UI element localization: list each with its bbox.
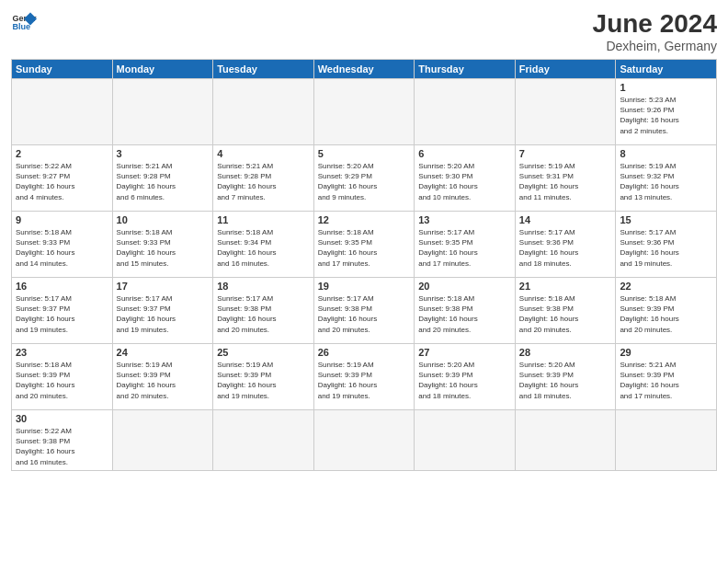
table-row <box>313 79 415 145</box>
day-info: Sunrise: 5:17 AM Sunset: 9:37 PM Dayligh… <box>16 293 108 335</box>
day-info: Sunrise: 5:17 AM Sunset: 9:38 PM Dayligh… <box>217 293 310 335</box>
table-row <box>616 410 717 471</box>
table-row: 29Sunrise: 5:21 AM Sunset: 9:39 PM Dayli… <box>616 344 717 410</box>
table-row: 7Sunrise: 5:19 AM Sunset: 9:31 PM Daylig… <box>515 145 616 212</box>
day-info: Sunrise: 5:21 AM Sunset: 9:28 PM Dayligh… <box>217 161 310 202</box>
day-number: 8 <box>620 148 712 159</box>
table-row: 15Sunrise: 5:17 AM Sunset: 9:36 PM Dayli… <box>616 212 717 278</box>
day-info: Sunrise: 5:19 AM Sunset: 9:39 PM Dayligh… <box>117 360 210 401</box>
table-row: 17Sunrise: 5:17 AM Sunset: 9:37 PM Dayli… <box>112 278 213 344</box>
title-block: June 2024 Dexheim, Germany <box>593 9 717 53</box>
table-row <box>112 410 213 471</box>
day-number: 3 <box>117 148 210 159</box>
day-info: Sunrise: 5:18 AM Sunset: 9:39 PM Dayligh… <box>16 360 108 401</box>
day-info: Sunrise: 5:17 AM Sunset: 9:38 PM Dayligh… <box>318 293 411 335</box>
table-row: 11Sunrise: 5:18 AM Sunset: 9:34 PM Dayli… <box>213 212 314 278</box>
day-info: Sunrise: 5:22 AM Sunset: 9:27 PM Dayligh… <box>16 161 108 202</box>
day-number: 14 <box>519 214 612 225</box>
day-number: 27 <box>418 347 511 358</box>
table-row <box>12 79 113 145</box>
day-number: 10 <box>117 214 210 225</box>
table-row: 10Sunrise: 5:18 AM Sunset: 9:33 PM Dayli… <box>112 212 213 278</box>
day-info: Sunrise: 5:18 AM Sunset: 9:34 PM Dayligh… <box>217 227 310 269</box>
day-number: 7 <box>519 148 612 159</box>
header-thursday: Thursday <box>415 60 516 79</box>
table-row: 6Sunrise: 5:20 AM Sunset: 9:30 PM Daylig… <box>415 145 516 212</box>
day-number: 23 <box>16 347 108 358</box>
calendar-page: General Blue June 2024 Dexheim, Germany … <box>0 0 728 563</box>
table-row <box>515 410 616 471</box>
day-number: 21 <box>519 281 612 292</box>
header-monday: Monday <box>112 60 213 79</box>
day-info: Sunrise: 5:17 AM Sunset: 9:36 PM Dayligh… <box>519 227 612 269</box>
table-row: 24Sunrise: 5:19 AM Sunset: 9:39 PM Dayli… <box>112 344 213 410</box>
calendar-table: Sunday Monday Tuesday Wednesday Thursday… <box>11 59 717 471</box>
day-number: 26 <box>318 347 411 358</box>
table-row: 13Sunrise: 5:17 AM Sunset: 9:35 PM Dayli… <box>415 212 516 278</box>
table-row: 16Sunrise: 5:17 AM Sunset: 9:37 PM Dayli… <box>12 278 113 344</box>
table-row <box>415 79 516 145</box>
table-row: 23Sunrise: 5:18 AM Sunset: 9:39 PM Dayli… <box>12 344 113 410</box>
table-row <box>213 79 314 145</box>
day-info: Sunrise: 5:18 AM Sunset: 9:35 PM Dayligh… <box>318 227 411 269</box>
logo-icon: General Blue <box>11 9 37 35</box>
day-number: 9 <box>16 214 108 225</box>
table-row <box>515 79 616 145</box>
day-number: 28 <box>519 347 612 358</box>
day-number: 19 <box>318 281 411 292</box>
day-info: Sunrise: 5:17 AM Sunset: 9:37 PM Dayligh… <box>117 293 210 335</box>
table-row: 9Sunrise: 5:18 AM Sunset: 9:33 PM Daylig… <box>12 212 113 278</box>
day-number: 15 <box>620 214 712 225</box>
day-number: 12 <box>318 214 411 225</box>
weekday-header-row: Sunday Monday Tuesday Wednesday Thursday… <box>12 60 717 79</box>
day-number: 2 <box>16 148 108 159</box>
day-info: Sunrise: 5:20 AM Sunset: 9:39 PM Dayligh… <box>519 360 612 401</box>
table-row: 5Sunrise: 5:20 AM Sunset: 9:29 PM Daylig… <box>313 145 415 212</box>
table-row: 30Sunrise: 5:22 AM Sunset: 9:38 PM Dayli… <box>12 410 113 471</box>
day-number: 17 <box>117 281 210 292</box>
day-info: Sunrise: 5:17 AM Sunset: 9:36 PM Dayligh… <box>620 227 712 269</box>
table-row: 20Sunrise: 5:18 AM Sunset: 9:38 PM Dayli… <box>415 278 516 344</box>
header-tuesday: Tuesday <box>213 60 314 79</box>
day-number: 4 <box>217 148 310 159</box>
table-row: 14Sunrise: 5:17 AM Sunset: 9:36 PM Dayli… <box>515 212 616 278</box>
svg-text:Blue: Blue <box>12 22 30 31</box>
table-row: 8Sunrise: 5:19 AM Sunset: 9:32 PM Daylig… <box>616 145 717 212</box>
month-year-title: June 2024 <box>593 9 717 39</box>
table-row <box>213 410 314 471</box>
day-info: Sunrise: 5:18 AM Sunset: 9:38 PM Dayligh… <box>519 293 612 335</box>
day-info: Sunrise: 5:18 AM Sunset: 9:33 PM Dayligh… <box>16 227 108 269</box>
day-info: Sunrise: 5:18 AM Sunset: 9:38 PM Dayligh… <box>418 293 511 335</box>
day-number: 16 <box>16 281 108 292</box>
table-row: 21Sunrise: 5:18 AM Sunset: 9:38 PM Dayli… <box>515 278 616 344</box>
day-info: Sunrise: 5:19 AM Sunset: 9:39 PM Dayligh… <box>217 360 310 401</box>
day-info: Sunrise: 5:20 AM Sunset: 9:39 PM Dayligh… <box>418 360 511 401</box>
day-number: 5 <box>318 148 411 159</box>
table-row: 2Sunrise: 5:22 AM Sunset: 9:27 PM Daylig… <box>12 145 113 212</box>
day-info: Sunrise: 5:21 AM Sunset: 9:39 PM Dayligh… <box>620 360 712 401</box>
table-row <box>112 79 213 145</box>
day-info: Sunrise: 5:19 AM Sunset: 9:32 PM Dayligh… <box>620 161 712 202</box>
page-header: General Blue June 2024 Dexheim, Germany <box>11 9 717 53</box>
day-number: 20 <box>418 281 511 292</box>
day-number: 11 <box>217 214 310 225</box>
day-info: Sunrise: 5:18 AM Sunset: 9:33 PM Dayligh… <box>117 227 210 269</box>
day-info: Sunrise: 5:23 AM Sunset: 9:26 PM Dayligh… <box>620 95 712 136</box>
table-row: 1Sunrise: 5:23 AM Sunset: 9:26 PM Daylig… <box>616 79 717 145</box>
day-number: 1 <box>620 82 712 93</box>
day-info: Sunrise: 5:19 AM Sunset: 9:39 PM Dayligh… <box>318 360 411 401</box>
header-friday: Friday <box>515 60 616 79</box>
table-row: 28Sunrise: 5:20 AM Sunset: 9:39 PM Dayli… <box>515 344 616 410</box>
logo: General Blue <box>11 9 37 35</box>
day-number: 25 <box>217 347 310 358</box>
table-row: 3Sunrise: 5:21 AM Sunset: 9:28 PM Daylig… <box>112 145 213 212</box>
header-sunday: Sunday <box>12 60 113 79</box>
table-row: 12Sunrise: 5:18 AM Sunset: 9:35 PM Dayli… <box>313 212 415 278</box>
day-info: Sunrise: 5:20 AM Sunset: 9:30 PM Dayligh… <box>418 161 511 202</box>
day-info: Sunrise: 5:20 AM Sunset: 9:29 PM Dayligh… <box>318 161 411 202</box>
day-number: 13 <box>418 214 511 225</box>
day-number: 29 <box>620 347 712 358</box>
day-number: 6 <box>418 148 511 159</box>
table-row <box>313 410 415 471</box>
day-info: Sunrise: 5:17 AM Sunset: 9:35 PM Dayligh… <box>418 227 511 269</box>
